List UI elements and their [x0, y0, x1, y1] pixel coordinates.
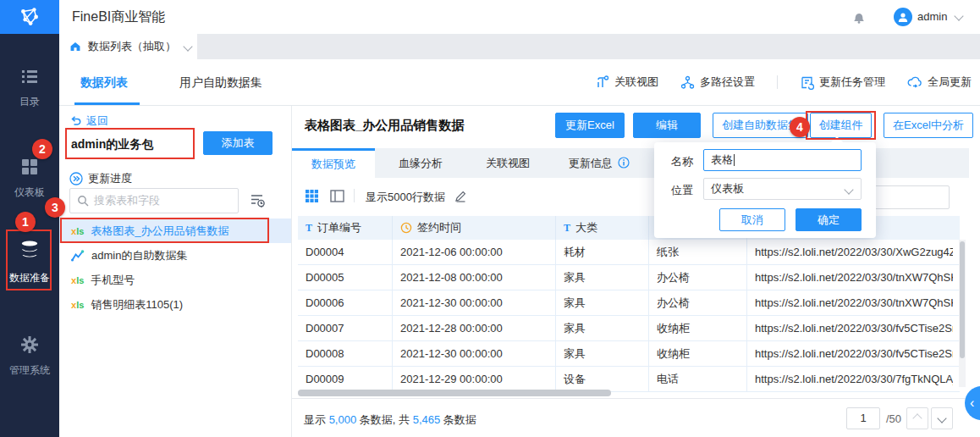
home-icon [69, 41, 81, 53]
table-footer: 显示 5,000 条数据, 共 5,465 条数据 1 /50 [292, 398, 969, 437]
app-title: FineBI商业智能 [72, 0, 165, 34]
user-avatar[interactable] [894, 8, 912, 26]
ok-button[interactable]: 确定 [796, 208, 862, 231]
tab-data-list[interactable]: 数据列表 [80, 59, 128, 105]
back-arrow-icon [69, 115, 82, 128]
update-task-manage-button[interactable]: 更新任务管理 [800, 75, 885, 90]
list-icon [19, 66, 40, 86]
table-row[interactable]: D00007 2021-12-28 00:00:00 家具 收纳柜 https:… [298, 316, 960, 341]
table-row[interactable]: D00005 2021-12-08 00:00:00 家具 办公椅 https:… [298, 265, 960, 290]
tab-lineage-analysis[interactable]: 血缘分析 [379, 148, 462, 178]
text-filter-icon: T [306, 222, 312, 235]
workspace-tab-strip: 数据列表（抽取） [59, 34, 980, 59]
page-down-button[interactable] [931, 407, 953, 429]
database-icon [17, 237, 42, 263]
user-menu-chevron-down-icon[interactable] [954, 11, 963, 20]
table-list-panel: 返回 admin的业务包 添加表 更新进度 搜索表和字段 xl [59, 106, 292, 437]
dashboard-icon [19, 157, 40, 177]
column-header[interactable]: T 大类 [556, 216, 649, 240]
data-table: T 订单编号 签约时间 T 大类 D00004 [298, 216, 960, 392]
list-item-table[interactable]: xls 销售明细表1105(1) [59, 292, 291, 317]
row-limit-label: 显示5000行数据 [366, 190, 445, 205]
panel-view-icon[interactable] [330, 189, 344, 206]
horizontal-scrollbar[interactable] [298, 390, 611, 396]
tool-label: 全局更新 [928, 75, 972, 90]
back-label: 返回 [86, 113, 108, 129]
search-placeholder: 搜索表和字段 [94, 193, 160, 208]
sidebar-item-dashboard[interactable]: 仪表板 [0, 157, 59, 200]
global-update-button[interactable]: 全局更新 [907, 75, 972, 90]
table-row[interactable]: D00008 2021-12-30 00:00:00 家具 收纳柜 https:… [298, 341, 960, 367]
text-filter-icon: T [564, 222, 570, 235]
back-button[interactable]: 返回 [69, 113, 108, 129]
column-header[interactable]: 签约时间 [393, 216, 556, 240]
select-chevron-down-icon [844, 185, 853, 194]
info-icon[interactable] [618, 157, 630, 169]
list-item-label: admin的自助数据集 [91, 248, 187, 263]
create-component-dialog: 名称 表格 位置 仪表板 取消 确定 [654, 142, 876, 238]
tab-data-list-extract[interactable]: 数据列表（抽取） [59, 34, 197, 59]
page-title: 表格图表_办公用品销售数据 [305, 118, 464, 134]
analyze-in-excel-button[interactable]: 在Excel中分析 [884, 113, 973, 138]
list-item-dataset[interactable]: admin的自助数据集 [59, 243, 291, 268]
cancel-button[interactable]: 取消 [719, 208, 785, 231]
sidebar-item-label: 目录 [0, 95, 59, 109]
annotation-marker-3: 3 [45, 197, 65, 218]
list-item-label: 销售明细表1105(1) [91, 297, 183, 313]
update-progress-icon [69, 172, 83, 185]
tool-label: 多路径设置 [700, 75, 755, 90]
package-title: admin的业务包 [71, 137, 153, 152]
update-progress-button[interactable]: 更新进度 [69, 171, 132, 186]
sidebar-item-catalog[interactable]: 目录 [0, 66, 59, 109]
tab-chevron-down-icon[interactable] [183, 41, 192, 51]
table-row[interactable]: D00004 2021-12-06 00:00:00 耗材 纸张 https:/… [298, 240, 960, 265]
text-cursor [734, 154, 735, 166]
tab-user-self-dataset[interactable]: 用户自助数据集 [179, 59, 262, 105]
sidebar: 目录 仪表板 数据准备 [0, 34, 59, 437]
grid-view-icon[interactable] [305, 189, 319, 206]
update-task-icon [800, 75, 814, 90]
location-label: 位置 [671, 183, 693, 198]
sidebar-item-data-preparation[interactable]: 数据准备 [0, 237, 59, 285]
list-item-table[interactable]: xls 表格图表_办公用品销售数据 [59, 218, 291, 243]
finebi-logo-icon [19, 6, 41, 28]
name-input[interactable]: 表格 [703, 149, 862, 171]
update-excel-button[interactable]: 更新Excel [555, 113, 625, 138]
page-up-button[interactable] [906, 407, 928, 429]
tool-label: 关联视图 [614, 75, 658, 90]
link-view-button[interactable]: 关联视图 [595, 75, 658, 90]
shown-count: 5,000 [329, 413, 357, 426]
chevron-down-icon [937, 413, 946, 423]
total-count: 5,465 [413, 413, 441, 426]
table-search-input[interactable] [873, 185, 950, 209]
gear-icon [19, 335, 40, 355]
tool-label: 更新任务管理 [819, 75, 885, 90]
edit-pencil-icon[interactable] [454, 190, 467, 205]
xls-file-icon: xls [71, 300, 84, 310]
sidebar-item-label: 数据准备 [0, 271, 59, 285]
tab-link-view[interactable]: 关联视图 [466, 148, 549, 178]
name-label: 名称 [671, 154, 693, 169]
tab-update-info[interactable]: 更新信息 [553, 148, 645, 178]
tab-label: 数据列表（抽取） [88, 39, 176, 54]
multi-path-icon [680, 75, 695, 90]
add-table-button[interactable]: 添加表 [203, 131, 273, 155]
column-header[interactable]: T 订单编号 [298, 216, 393, 240]
vertical-scrollbar[interactable] [959, 240, 966, 387]
location-select[interactable]: 仪表板 [703, 178, 862, 200]
sidebar-item-management[interactable]: 管理系统 [0, 335, 59, 378]
multi-path-settings-button[interactable]: 多路径设置 [680, 75, 755, 90]
username[interactable]: admin [917, 0, 947, 34]
sort-history-icon[interactable] [250, 192, 267, 211]
list-item-table[interactable]: xls 手机型号 [59, 268, 291, 292]
table-row[interactable]: D00009 2021-12-29 00:00:00 设备 电话 https:/… [298, 367, 960, 392]
table-row[interactable]: D00006 2021-12-30 00:00:00 家具 办公椅 https:… [298, 290, 960, 316]
notification-bell-icon[interactable] [851, 9, 867, 27]
finebi-logo[interactable] [0, 0, 59, 34]
create-component-button[interactable]: 创建组件 [810, 113, 872, 138]
page-number-input[interactable]: 1 [846, 407, 880, 429]
table-list: xls 表格图表_办公用品销售数据 admin的自助数据集 xls 手机型号 x… [59, 218, 291, 317]
search-input[interactable]: 搜索表和字段 [69, 188, 239, 213]
edit-button[interactable]: 编辑 [633, 113, 701, 138]
tab-data-preview[interactable]: 数据预览 [292, 148, 375, 178]
